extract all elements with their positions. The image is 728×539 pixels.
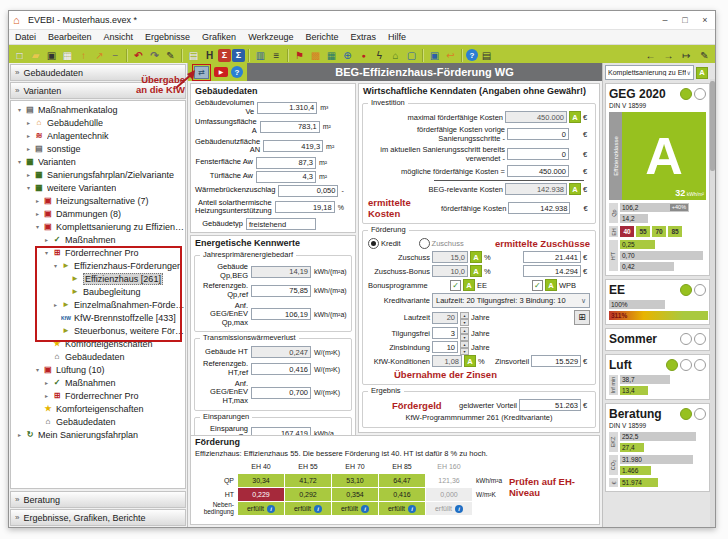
export-icon[interactable]: ↗ (92, 48, 107, 63)
tree-item-komplettsanierung[interactable]: ▾ ▣ Komplettsanierung zu Effizienzhaus (… (11, 220, 185, 233)
expander-icon[interactable]: ▸ (33, 197, 42, 204)
record-icon[interactable]: ● (356, 48, 371, 63)
panel-beratung[interactable]: » Beratung (10, 491, 186, 508)
ht-max-field[interactable]: 0,700 (251, 387, 311, 399)
sum-red-icon[interactable]: Σ (218, 49, 231, 62)
wpb-checkbox[interactable]: ✓ (532, 280, 543, 291)
tree-item-sanierungsfahrplan[interactable]: ▸ ▦ Sanierungsfahrplan/Zielvariante (11, 168, 185, 181)
table-icon[interactable]: ▦ (324, 48, 339, 63)
sum-blue-icon[interactable]: Σ (232, 49, 245, 62)
expander-icon[interactable]: ▸ (15, 431, 24, 438)
zinsvorteil-field[interactable]: 15.529 (531, 355, 581, 367)
tree-item-baubegleitung[interactable]: ► Baubegleitung (11, 285, 185, 298)
expander-icon[interactable]: ▸ (42, 236, 51, 243)
kfw-transfer-icon[interactable]: ⇄ (194, 66, 209, 79)
menu-grafiken[interactable]: Grafiken (196, 32, 242, 42)
menu-ergebnisse[interactable]: Ergebnisse (139, 32, 196, 42)
module-help-icon[interactable]: ? (231, 66, 243, 78)
menu-ansicht[interactable]: Ansicht (98, 32, 140, 42)
moegliche-kosten-field[interactable]: 450.000 (507, 165, 569, 177)
redo-icon[interactable]: ↷ (147, 48, 162, 63)
brackets-icon[interactable]: H (202, 48, 217, 63)
import-icon[interactable]: ↑ (76, 48, 91, 63)
tree-item-foerderrechner-pro-2[interactable]: ▸ ⊞ Förderrechner Pro (11, 389, 185, 402)
info-icon[interactable]: i (455, 505, 463, 513)
help-icon[interactable]: ? (466, 49, 478, 61)
tree-item-varianten[interactable]: ▾ ▦ Varianten (11, 155, 185, 168)
gebaeudetyp-field[interactable]: freistehend (246, 218, 316, 230)
report-icon[interactable]: ▤ (186, 48, 201, 63)
expander-icon[interactable]: ▾ (33, 223, 42, 230)
menu-werkzeuge[interactable]: Werkzeuge (242, 32, 299, 42)
list-icon[interactable]: ≡ (269, 48, 284, 63)
info-icon[interactable]: i (408, 505, 416, 513)
tuerflaeche-field[interactable]: 4,3 (256, 171, 316, 183)
tree-item-anlagentechnik[interactable]: ▸ ≋ Anlagentechnik (11, 129, 185, 142)
solaranteil-field[interactable]: 19,18 (275, 201, 335, 213)
save-icon[interactable]: ▣ (44, 48, 59, 63)
tree-item-massnahmenkatalog[interactable]: ▾ ▤ Maßnahmenkatalog (11, 103, 185, 116)
expander-icon[interactable]: ▸ (24, 132, 33, 139)
undo-icon[interactable]: ↶ (131, 48, 146, 63)
bonus-amount-field[interactable]: 14.294 (523, 265, 581, 277)
kreditvariante-dropdown[interactable]: Laufzeit: 20 Tilgungsfrei: 3 Bindung: 10… (432, 293, 590, 308)
qp-max-field[interactable]: 106,19 (251, 308, 311, 320)
fensterflaeche-field[interactable]: 87,3 (256, 157, 316, 169)
unlink-icon[interactable]: − (108, 48, 123, 63)
open-folder-icon[interactable]: ▰ (28, 48, 43, 63)
expander-icon[interactable]: ▸ (24, 145, 33, 152)
flag-icon[interactable]: ⚑ (292, 48, 307, 63)
ht-ref-field[interactable]: 0,416 (251, 363, 311, 375)
zuschuss-radio[interactable] (419, 238, 430, 249)
info-icon[interactable]: i (267, 505, 275, 513)
maximize-button[interactable]: □ (675, 12, 695, 29)
tree-item-mein-sanierungsfahrplan[interactable]: ▸ ↻ Mein Sanierungsfahrplan (11, 428, 185, 441)
tree-item-steuerbonus[interactable]: ► Steuerbonus, weitere Förderungen (11, 324, 185, 337)
variant-dropdown[interactable]: Komplettsanierung zu Eff∨ (605, 65, 694, 80)
tree-item-weitere-varianten[interactable]: ▾ ▦ weitere Varianten (11, 181, 185, 194)
expander-icon[interactable]: ▸ (33, 210, 42, 217)
expander-icon[interactable]: ▾ (33, 366, 42, 373)
tree-item-massnahmen[interactable]: ▸ ✓ Maßnahmen (11, 233, 185, 246)
tilgungsfrei-field[interactable]: 3 (432, 327, 458, 339)
tilgungsfrei-stepper[interactable]: ▴▾ (460, 327, 469, 339)
tree-item-foerderrechner-pro[interactable]: ▾ ⊞ Förderrechner Pro (11, 246, 185, 259)
expander-icon[interactable]: ▸ (24, 171, 33, 178)
tree-item-massnahmen-2[interactable]: ▸ ✓ Maßnahmen (11, 376, 185, 389)
globe-icon[interactable]: ⊕ (340, 48, 355, 63)
tree-item-heizungsalternative[interactable]: ▸ ▣ Heizungsalternative (7) (11, 194, 185, 207)
tree-item-kfw-brennstoffzelle[interactable]: KfW KfW-Brennstoffzelle [433] (11, 311, 185, 324)
waermebruecken-field[interactable]: 0,050 (278, 185, 338, 197)
bereits-verwendet-field[interactable]: 0 (507, 148, 569, 160)
expander-icon[interactable]: ▾ (42, 249, 51, 256)
tree-item-komforteigenschaften-2[interactable]: ★ Komforteigenschaften (11, 402, 185, 415)
image-icon[interactable]: ▩ (308, 48, 323, 63)
laufzeit-stepper[interactable]: ▴▾ (460, 312, 469, 324)
nutzflaeche-field[interactable]: 419,3 (263, 140, 323, 152)
gebaeudevolumen-field[interactable]: 1.310,4 (257, 102, 317, 114)
qp-ref-field[interactable]: 75,85 (251, 285, 311, 297)
edit-pen-icon[interactable]: ✎ (697, 48, 712, 63)
menu-bearbeiten[interactable]: Bearbeiten (42, 32, 98, 42)
expander-icon[interactable]: ▾ (15, 158, 24, 165)
expander-icon[interactable]: ▾ (24, 184, 33, 191)
notebook-icon[interactable]: ▤ (479, 48, 494, 63)
new-file-icon[interactable]: □ (12, 48, 27, 63)
wizard-icon[interactable]: ✎ (163, 48, 178, 63)
scrollbar-thumb[interactable] (710, 81, 715, 171)
tree-item-einzelmassnahmen[interactable]: ▸ ► Einzelmaßnahmen-Förderungen (11, 298, 185, 311)
panel-varianten[interactable]: » Varianten (10, 82, 186, 99)
info-icon[interactable]: i (361, 505, 369, 513)
panel-ergebnisse[interactable]: » Ergebnisse, Grafiken, Berichte (10, 509, 186, 526)
expander-icon[interactable]: ▸ (42, 379, 51, 386)
tree-item-daemmungen[interactable]: ▸ ▣ Dämmungen (8) (11, 207, 185, 220)
copy-icon[interactable]: ▦ (60, 48, 75, 63)
tree-item-gebaeudehuelle[interactable]: ▸ ⌂ Gebäudehülle (11, 116, 185, 129)
home-icon[interactable]: ⌂ (388, 48, 403, 63)
minimize-button[interactable]: – (655, 12, 675, 29)
vorige-schritte-field[interactable]: 0 (507, 128, 569, 140)
nav-forward-icon[interactable]: → (661, 48, 676, 63)
close-button[interactable]: × (695, 12, 715, 29)
tree-item-sonstige[interactable]: ▸ ▤ sonstige (11, 142, 185, 155)
undo-curve-icon[interactable]: ↩ (443, 48, 458, 63)
